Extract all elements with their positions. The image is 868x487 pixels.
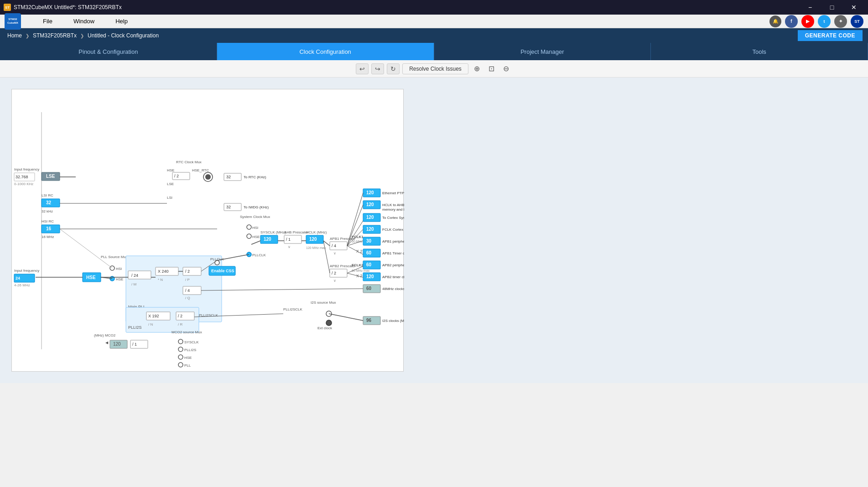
svg-text:HSE: HSE [167, 168, 174, 172]
redo-button[interactable]: ↪ [371, 63, 384, 74]
breadcrumb: Home ❯ STM32F205RBTx ❯ Untitled - Clock … [0, 28, 868, 43]
p-label: / P [185, 278, 190, 282]
m-div-label: / 24 [131, 273, 138, 278]
mco2-div: / 1 [132, 342, 137, 347]
svg-line-70 [329, 314, 363, 321]
lse-box: LSE [46, 174, 55, 179]
facebook-icon[interactable]: f [785, 15, 798, 28]
mco2-mhz-label: (MHz) MCO2 [94, 333, 116, 337]
window-title: STM32CubeMX Untitled*: STM32F205RBTx [14, 4, 122, 10]
hse-rtc-label: HSE_RTC [192, 168, 209, 172]
q-div-label: / 4 [185, 288, 190, 293]
tab-clock[interactable]: Clock Configuration [217, 43, 434, 60]
toolbar: ↩ ↪ ↻ Resolve Clock Issues ⊕ ⊡ ⊖ [0, 60, 868, 78]
mco2-hse-radio [178, 355, 183, 359]
hclk-ahb-label2: memory and DMA (MHz) [382, 207, 404, 212]
svg-rect-35 [363, 316, 380, 325]
apb2-periph-value: 60 [366, 262, 372, 267]
hclk-mhz-label: HCLK (MHz) [306, 230, 327, 234]
q-label: / Q [185, 296, 190, 300]
hsi-box: 16 [46, 226, 52, 231]
content-area: Input frequency 32.768 0-1000 KHz LSE LS… [0, 78, 868, 383]
diagram-container[interactable]: Input frequency 32.768 0-1000 KHz LSE LS… [0, 78, 868, 383]
mco2-plli2s-radio [178, 347, 183, 352]
menu-help[interactable]: Help [112, 16, 131, 26]
mco2-sysclk-lbl: SYSCLK [184, 340, 199, 344]
lsi-rc-label: LSI RC [42, 193, 53, 197]
breadcrumb-config[interactable]: Untitled - Clock Configuration [86, 31, 161, 40]
fclk2-sublabel: 60 MHz max [352, 269, 370, 272]
i2s-clk-label: I2S clocks (MHz) [382, 319, 404, 323]
48mhz-label: 48MHz clocks (MHz) [382, 287, 404, 291]
pll-src-hsi-label: HSI [116, 267, 122, 271]
tab-pinout[interactable]: Pinout & Configuration [0, 43, 217, 60]
eth-ptp-value: 120 [366, 190, 374, 195]
menu-window[interactable]: Window [70, 16, 98, 26]
zoom-in-button[interactable]: ⊕ [471, 63, 483, 75]
48mhz-value: 60 [366, 286, 372, 291]
youtube-icon[interactable]: ▶ [801, 15, 814, 28]
st-logo-icon[interactable]: ST [851, 15, 863, 28]
lsi-box: 32 [46, 200, 52, 205]
svg-line-7 [60, 229, 112, 268]
clock-svg: Input frequency 32.768 0-1000 KHz LSE LS… [12, 89, 404, 372]
tab-tools[interactable]: Tools [651, 43, 868, 60]
fit-view-button[interactable]: ⊡ [486, 63, 498, 75]
mco2-value: 120 [113, 342, 121, 347]
zoom-out-button[interactable]: ⊖ [500, 63, 512, 75]
sys-clk-mux-label: System Clock Mux [240, 215, 270, 219]
svg-rect-34 [363, 285, 380, 293]
i2s-source-mux-label: I2S source Mux [311, 300, 336, 305]
hsi-freq: 16 MHz [42, 235, 54, 239]
lse-freq-range: 0-1000 KHz [14, 182, 33, 186]
breadcrumb-device[interactable]: STM32F205RBTx [31, 31, 78, 40]
svg-text:LSI: LSI [167, 196, 172, 200]
undo-button[interactable]: ↩ [356, 63, 369, 74]
hclk-value: 120 [309, 237, 317, 242]
updates-icon[interactable]: 🔔 [769, 16, 781, 27]
apb1-prescaler-value: / 4 [332, 244, 336, 248]
hse-range: 4-26 MHz [14, 283, 30, 287]
m-label: / M [131, 282, 136, 286]
menu-bar: STM32CubeMX File Window Help 🔔 f ▶ t ✦ S… [0, 15, 868, 28]
rtc-clock-mux-label: RTC Clock Mux [176, 160, 202, 164]
svg-text:LSE: LSE [167, 182, 174, 186]
rtc-mux-dot [205, 174, 211, 180]
menu-items: File Window Help [39, 16, 131, 26]
breadcrumb-home[interactable]: Home [5, 31, 24, 40]
ext-clock-label: Ext clock [317, 326, 333, 330]
mco2-sysclk-radio [178, 339, 183, 344]
maximize-button[interactable]: □ [821, 0, 842, 15]
network-icon[interactable]: ✦ [834, 15, 847, 28]
fclk-cortex-value: 120 [366, 227, 374, 232]
svg-text:∨: ∨ [333, 251, 336, 255]
cortex-timer-value: 120 [366, 215, 374, 220]
close-button[interactable]: ✕ [843, 0, 864, 15]
breadcrumb-arrow-1: ❯ [26, 33, 29, 38]
input-freq-label-hse: Input frequency [14, 269, 39, 273]
apb1-periph-value: 30 [366, 238, 372, 244]
sysclk-hse-radio [247, 234, 251, 238]
apb2-timer-value: 120 [366, 274, 374, 279]
tab-project[interactable]: Project Manager [434, 43, 651, 60]
app-logo: STM32CubeMX [5, 13, 21, 30]
resolve-clock-issues-button[interactable]: Resolve Clock Issues [402, 63, 468, 74]
svg-line-66 [323, 241, 330, 273]
sysclk-hsi-lbl: HSI [252, 226, 258, 230]
hclk-ahb-value: 120 [366, 202, 374, 207]
i2s-mux-radio2 [326, 320, 332, 326]
logo-icon: STM32CubeMX [5, 13, 21, 30]
mco2-hse-lbl: HSE [184, 356, 192, 360]
minimize-button[interactable]: − [800, 0, 821, 15]
apb1-periph-label: APB1 peripheral clocks (MHz) [382, 239, 404, 244]
pll-src-hse-label: HSE [116, 277, 123, 281]
menu-file[interactable]: File [39, 16, 56, 26]
n-label: * N [158, 278, 163, 282]
refresh-button[interactable]: ↻ [387, 63, 400, 74]
apb2-prescaler-value: / 2 [332, 271, 336, 275]
twitter-icon[interactable]: t [818, 15, 831, 28]
svg-text:∨: ∨ [288, 245, 291, 249]
hclk-ahb-label: HCLK to AHB bus, core, [382, 203, 404, 207]
generate-code-button[interactable]: GENERATE CODE [798, 30, 863, 41]
input-freq-label-lse: Input frequency [14, 167, 39, 171]
